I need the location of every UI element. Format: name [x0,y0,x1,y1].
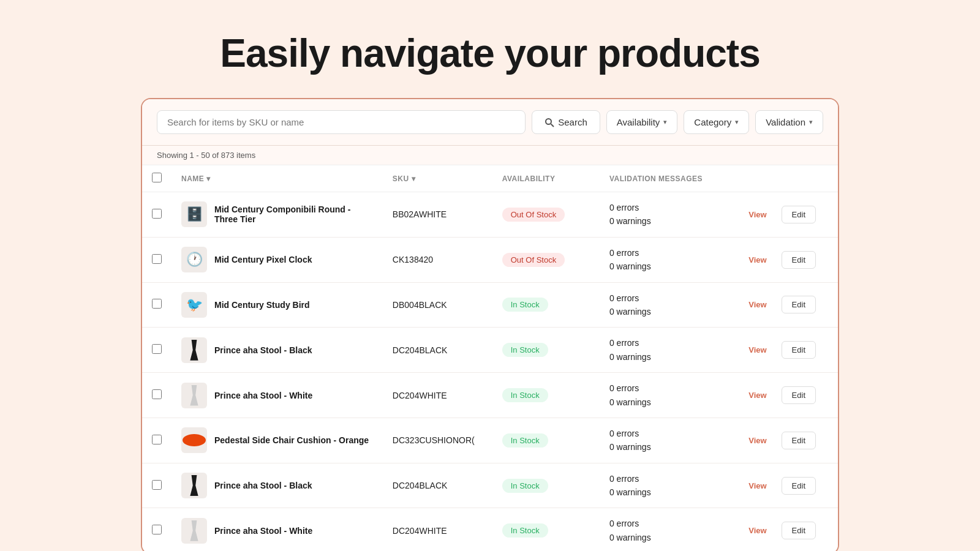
product-actions: View Edit [729,373,838,418]
category-filter[interactable]: Category ▾ [684,110,749,134]
availability-badge: Out Of Stock [502,253,565,267]
svg-point-0 [546,119,551,124]
view-button[interactable]: View [739,206,776,223]
product-actions: View Edit [729,237,838,282]
product-name: Prince aha Stool - Black [214,481,312,490]
row-checkbox-cell [142,282,172,328]
view-button[interactable]: View [739,522,776,539]
page-title: Easily navigate your products [220,31,760,76]
search-input-wrapper [157,110,526,134]
availability-badge: Out Of Stock [502,208,565,222]
availability-badge: In Stock [502,298,548,312]
product-name-cell: 🐦 Mid Century Study Bird [172,282,383,328]
products-table: NAME ▾ SKU ▾ AVAILABILITY VALIDATION MES… [142,165,838,551]
product-thumbnail: 🗄️ [181,201,207,227]
product-name-cell: 🗄️ Mid Century Componibili Round - Three… [172,192,383,238]
availability-badge: In Stock [502,343,548,357]
product-availability: In Stock [492,328,600,373]
row-checkbox[interactable] [152,254,162,264]
sort-icon: ▾ [412,174,415,183]
edit-button[interactable]: Edit [782,386,816,404]
product-name-cell: Prince aha Stool - White [172,508,383,551]
row-checkbox[interactable] [152,209,162,219]
header-availability: AVAILABILITY [492,165,600,192]
search-button[interactable]: Search [532,110,600,134]
row-checkbox-cell [142,508,172,551]
product-sku: DC204BLACK [383,328,492,373]
view-button[interactable]: View [739,477,776,495]
row-checkbox[interactable] [152,525,162,534]
product-availability: In Stock [492,373,600,418]
product-sku: DC204WHITE [383,373,492,418]
table-row: Prince aha Stool - White DC204WHITE In S… [142,373,838,418]
product-sku: BB02AWHITE [383,192,492,238]
table-row: 🐦 Mid Century Study Bird DB004BLACK In S… [142,282,838,328]
product-name: Pedestal Side Chair Cushion - Orange [214,435,369,445]
header-actions [729,165,838,192]
product-actions: View Edit [729,418,838,463]
product-sku: DB004BLACK [383,282,492,328]
product-sku: DC323CUSHIONOR( [383,418,492,463]
row-checkbox[interactable] [152,299,162,309]
product-name: Prince aha Stool - White [214,391,312,400]
row-checkbox-cell [142,192,172,238]
product-validation: 0 errors0 warnings [600,463,729,508]
select-all-checkbox[interactable] [152,173,162,182]
showing-count: Showing 1 - 50 of 873 items [142,146,838,165]
product-name: Mid Century Componibili Round - Three Ti… [214,204,373,224]
row-checkbox-cell [142,418,172,463]
row-checkbox[interactable] [152,344,162,354]
name-sort-button[interactable]: NAME ▾ [181,174,211,183]
header-sku: SKU ▾ [383,165,492,192]
edit-button[interactable]: Edit [782,522,816,539]
table-row: Pedestal Side Chair Cushion - Orange DC3… [142,418,838,463]
edit-button[interactable]: Edit [782,477,816,495]
row-checkbox[interactable] [152,435,162,444]
availability-filter[interactable]: Availability ▾ [606,110,678,134]
chevron-down-icon: ▾ [663,118,667,126]
chevron-down-icon: ▾ [735,118,739,126]
product-thumbnail [181,473,207,498]
edit-button[interactable]: Edit [782,251,816,269]
table-row: 🕐 Mid Century Pixel Clock CK138420 Out O… [142,237,838,282]
product-availability: In Stock [492,282,600,328]
sku-sort-button[interactable]: SKU ▾ [393,174,415,183]
search-input[interactable] [157,110,526,134]
edit-button[interactable]: Edit [782,341,816,359]
product-validation: 0 errors0 warnings [600,328,729,373]
app-container: Search Availability ▾ Category ▾ Validat… [141,98,839,551]
product-availability: In Stock [492,463,600,508]
row-checkbox[interactable] [152,389,162,399]
edit-button[interactable]: Edit [782,206,816,223]
availability-badge: In Stock [502,388,548,402]
product-validation: 0 errors0 warnings [600,373,729,418]
product-thumbnail: 🕐 [181,247,207,272]
product-sku: DC204WHITE [383,508,492,551]
validation-filter[interactable]: Validation ▾ [755,110,823,134]
table-row: 🗄️ Mid Century Componibili Round - Three… [142,192,838,238]
view-button[interactable]: View [739,432,776,449]
table-row: Prince aha Stool - Black DC204BLACK In S… [142,463,838,508]
row-checkbox-cell [142,373,172,418]
header-validation: VALIDATION MESSAGES [600,165,729,192]
product-validation: 0 errors0 warnings [600,418,729,463]
view-button[interactable]: View [739,251,776,269]
availability-badge: In Stock [502,523,548,538]
product-name-cell: Prince aha Stool - Black [172,328,383,373]
toolbar: Search Availability ▾ Category ▾ Validat… [142,99,838,146]
row-checkbox[interactable] [152,480,162,490]
view-button[interactable]: View [739,341,776,359]
product-actions: View Edit [729,192,838,238]
view-button[interactable]: View [739,386,776,404]
edit-button[interactable]: Edit [782,432,816,449]
product-thumbnail [181,383,207,408]
product-name: Prince aha Stool - White [214,526,312,536]
product-availability: Out Of Stock [492,192,600,238]
edit-button[interactable]: Edit [782,296,816,313]
table-row: Prince aha Stool - White DC204WHITE In S… [142,508,838,551]
view-button[interactable]: View [739,296,776,313]
row-checkbox-cell [142,328,172,373]
product-actions: View Edit [729,508,838,551]
product-validation: 0 errors0 warnings [600,508,729,551]
row-checkbox-cell [142,237,172,282]
